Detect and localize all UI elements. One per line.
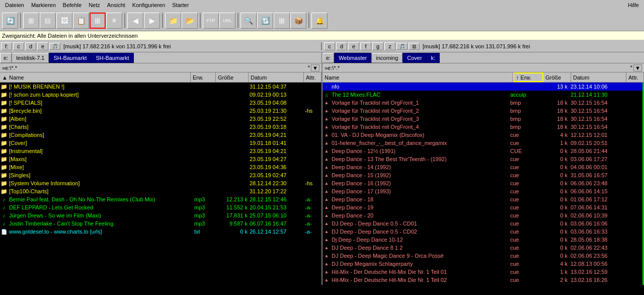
right-col-name[interactable]: Name bbox=[323, 72, 513, 82]
left-file-row[interactable]: 📁 [Mixe] 23.05.19 04:36 bbox=[0, 163, 321, 171]
left-col-name[interactable]: ▲ Name bbox=[0, 72, 191, 82]
right-file-row[interactable]: ▲ DJ Deep - Deep Dance 0.5 - CD02 cue 0 … bbox=[323, 228, 642, 236]
right-file-row[interactable]: ▲ Deep Dance - 15 (1992) cue 0 k 31.05.0… bbox=[323, 171, 642, 179]
left-file-row[interactable]: ♪ Justin Timberlake - Can't Stop The Fee… bbox=[0, 219, 321, 228]
right-file-row[interactable]: ▲ Deep Dance - 16 (1992) cue 0 k 06.06.0… bbox=[323, 179, 642, 187]
left-col-ext[interactable]: Erw. bbox=[191, 72, 216, 82]
right-file-row[interactable]: ▲ Vorlage für Tracklist mit OrgFront_3 b… bbox=[323, 115, 642, 123]
left-file-row[interactable]: 📁 [System Volume Information] 28.12.14 2… bbox=[0, 179, 321, 187]
toolbar-misc-btn[interactable]: 🔔 bbox=[311, 13, 328, 29]
menu-ansicht[interactable]: Ansicht bbox=[104, 2, 128, 9]
left-file-row[interactable]: ♪ Bernie Paul feat. Dash - Oh No No-The … bbox=[0, 195, 321, 203]
left-drive-musik[interactable]: 🎵 bbox=[49, 43, 60, 50]
right-file-row[interactable]: ▲ Deep Dance - 13 The Best Thir'Teenth -… bbox=[323, 155, 642, 163]
left-file-row[interactable]: 📁 [Alben] 23.05.19 22:52 bbox=[0, 115, 321, 123]
toolbar-move-btn[interactable]: 📂 bbox=[182, 13, 198, 29]
menu-befehle[interactable]: Befehle bbox=[60, 2, 85, 9]
right-file-row[interactable]: ▲ DJ Deep - Deep Magic Dance 9 - Orca Po… bbox=[323, 252, 642, 260]
left-file-row[interactable]: 📁 [Top100-Charts] 31.12.20 17:22 bbox=[0, 187, 321, 195]
right-drive-e[interactable]: e bbox=[348, 42, 359, 50]
right-path-drive[interactable]: e: bbox=[323, 53, 334, 63]
left-tab-2[interactable]: SH-Baumarkt bbox=[91, 53, 133, 63]
right-file-row[interactable]: ▲ Deep Dance - 20 cue 0 k 02.06.06 10:39 bbox=[323, 211, 642, 219]
toolbar-prev-btn[interactable]: ◀ bbox=[127, 13, 143, 29]
right-file-row[interactable]: ▲ Vorlage für Tracklist mit OrgFront_2 b… bbox=[323, 107, 642, 115]
right-drive-c[interactable]: c bbox=[324, 42, 335, 50]
left-file-row[interactable]: 📄 www.goldesel.to - www.charts.to [urls]… bbox=[0, 228, 321, 236]
menu-netz[interactable]: Netz bbox=[86, 2, 103, 9]
right-tab-k[interactable]: k: bbox=[427, 53, 440, 63]
right-file-row[interactable]: ♫ The 12 Mixes.FLAC accuip 21.12.14 11:3… bbox=[323, 91, 642, 99]
left-drive-c[interactable]: c bbox=[13, 42, 24, 50]
menu-markieren[interactable]: Markieren bbox=[28, 2, 59, 9]
right-file-row[interactable]: ▲ Deep Dance - 12½ (1991) CUE 0 k 28.05.… bbox=[323, 147, 642, 155]
right-drive-g[interactable]: g bbox=[372, 42, 383, 50]
right-path-star[interactable]: * bbox=[630, 64, 632, 71]
right-file-row[interactable]: ▲ Dj Deep - Deep Dance 10-12 cue 0 k 28.… bbox=[323, 236, 642, 244]
right-drive-musik[interactable]: 🎵 bbox=[396, 43, 408, 50]
right-file-row[interactable]: ▲ Deep Dance - 19 cue 0 k 07.06.06 14:31 bbox=[323, 203, 642, 211]
left-col-date[interactable]: Datum bbox=[249, 72, 304, 82]
right-tab-webmaster[interactable]: Webmaster bbox=[334, 53, 371, 63]
toolbar-url-btn[interactable]: URL bbox=[219, 13, 235, 29]
left-file-row[interactable]: 📁 [Cover] 19.01.18 01:41 bbox=[0, 139, 321, 147]
right-file-row[interactable]: ▲ Hit-Mix - Der Deutsche Hit-Mix Die Nr.… bbox=[323, 268, 642, 276]
toolbar-sync-btn[interactable]: 🔃 bbox=[257, 13, 273, 29]
right-file-row[interactable]: ▲ Deep Dance - 14 (1992) cue 0 k 04.06.0… bbox=[323, 163, 642, 171]
left-drive-f[interactable]: f: bbox=[1, 42, 12, 50]
left-col-attr[interactable]: Attr. bbox=[304, 72, 321, 82]
toolbar-btn-1[interactable]: ⊞ bbox=[23, 13, 39, 29]
right-file-row[interactable]: ▲ 01-helene_fischer_-_.best_of_dance_meg… bbox=[323, 139, 642, 147]
toolbar-btn-2[interactable]: ⊟ bbox=[40, 13, 56, 29]
left-file-row[interactable]: 📁 [Maxis] 23.05.19 04:27 bbox=[0, 155, 321, 163]
menu-dateien[interactable]: Dateien bbox=[2, 2, 27, 9]
toolbar-filter-btn[interactable]: ⊞ bbox=[274, 13, 290, 29]
right-file-row[interactable]: i nfo 13 k 23.12.14 10:06 bbox=[323, 83, 642, 91]
right-col-attr[interactable]: Attr. bbox=[626, 72, 644, 82]
right-file-row[interactable]: ▲ Hit-Mix - Der Deutsche Hit-Mix Die Nr.… bbox=[323, 284, 642, 285]
left-tab-0[interactable]: testdisk-7.1 bbox=[12, 53, 49, 63]
right-file-row[interactable]: ▲ Deep Dance - 18 cue 0 k 01.06.06 17:12 bbox=[323, 195, 642, 203]
right-tab-cover[interactable]: Cover bbox=[403, 53, 426, 63]
right-file-row[interactable]: ▲ Deep Dance - 17 (1993) cue 0 k 06.06.0… bbox=[323, 187, 642, 195]
menu-starter[interactable]: Starter bbox=[169, 2, 192, 9]
right-file-row[interactable]: ▲ Vorlage für Tracklist mit OrgFront_1 b… bbox=[323, 99, 642, 107]
left-file-row[interactable]: 📁 [Instrumental] 23.05.19 04:21 bbox=[0, 147, 321, 155]
toolbar-copy-btn[interactable]: 📁 bbox=[165, 13, 181, 29]
right-drive-z[interactable]: z bbox=[384, 42, 395, 50]
right-col-date[interactable]: Datum bbox=[571, 72, 626, 82]
left-path-drive[interactable]: e: bbox=[0, 53, 12, 63]
menu-konfigurieren[interactable]: Konfigurieren bbox=[129, 2, 168, 9]
left-path-dropdown[interactable]: ▼ bbox=[311, 64, 319, 71]
right-drive-f[interactable]: f bbox=[360, 42, 371, 50]
right-drive-d[interactable]: d bbox=[336, 42, 347, 50]
right-col-size[interactable]: Größe bbox=[543, 72, 571, 82]
right-file-row[interactable]: ▲ 01. VA - DJ Deep Megamix (Discofox) cu… bbox=[323, 131, 642, 139]
left-file-row[interactable]: 📁 [! schon zum Laptop kopiert] 09.02.19 … bbox=[0, 91, 321, 99]
left-file-row[interactable]: ♪ Jürgen Drews - So wie im Film (Maxi) m… bbox=[0, 211, 321, 219]
toolbar-pack-btn[interactable]: 📦 bbox=[290, 13, 306, 29]
toolbar-next-btn[interactable]: ▶ bbox=[144, 13, 160, 29]
left-file-row[interactable]: ♪ DEF LEPPARD - Lets Get Rocked mp3 11.5… bbox=[0, 203, 321, 211]
right-file-row[interactable]: ▲ Hit-Mix - Der Deutsche Hit-Mix Die Nr.… bbox=[323, 276, 642, 284]
left-tab-1[interactable]: SH-Baumarkt bbox=[49, 53, 91, 63]
right-file-row[interactable]: ▲ Vorlage für Tracklist mit OrgFront_4 b… bbox=[323, 123, 642, 131]
right-file-row[interactable]: ▲ DJ Deep - Deep Dance 8 1 2 cue 0 k 02.… bbox=[323, 244, 642, 252]
right-file-row[interactable]: ▲ DJ Deep - Deep Dance 0.5 - CD01 cue 0 … bbox=[323, 219, 642, 228]
left-file-row[interactable]: 📁 [$recycle.bin] 25.03.19 21:30 -hs bbox=[0, 107, 321, 115]
left-file-row[interactable]: 📁 [Compilations] 23.05.19 04:21 bbox=[0, 131, 321, 139]
right-file-list[interactable]: i nfo 13 k 23.12.14 10:06 ♫ The 12 Mixes… bbox=[323, 83, 644, 285]
toolbar-back-btn[interactable]: 🔄 bbox=[2, 13, 18, 29]
toolbar-btn-3[interactable]: 🖼 bbox=[56, 13, 72, 29]
left-path-star[interactable]: * bbox=[308, 64, 310, 71]
toolbar-search-btn[interactable]: 🔍 bbox=[240, 13, 257, 29]
left-drive-e[interactable]: e bbox=[37, 42, 48, 50]
right-drive-spec[interactable]: ▥ bbox=[409, 43, 420, 50]
toolbar-btn-4[interactable]: 📋 bbox=[73, 13, 89, 29]
left-file-row[interactable]: 📁 [! MUSIK BRENNEN !] 31.12.15 04:37 bbox=[0, 83, 321, 91]
left-col-size[interactable]: Größe bbox=[216, 72, 249, 82]
toolbar-branch-view-btn[interactable]: ⊞ bbox=[90, 13, 106, 29]
left-file-row[interactable]: 📁 [Singles] 23.05.19 02:47 bbox=[0, 171, 321, 179]
left-drive-d[interactable]: d bbox=[25, 42, 36, 50]
menu-hilfe[interactable]: Hilfe bbox=[625, 2, 642, 9]
